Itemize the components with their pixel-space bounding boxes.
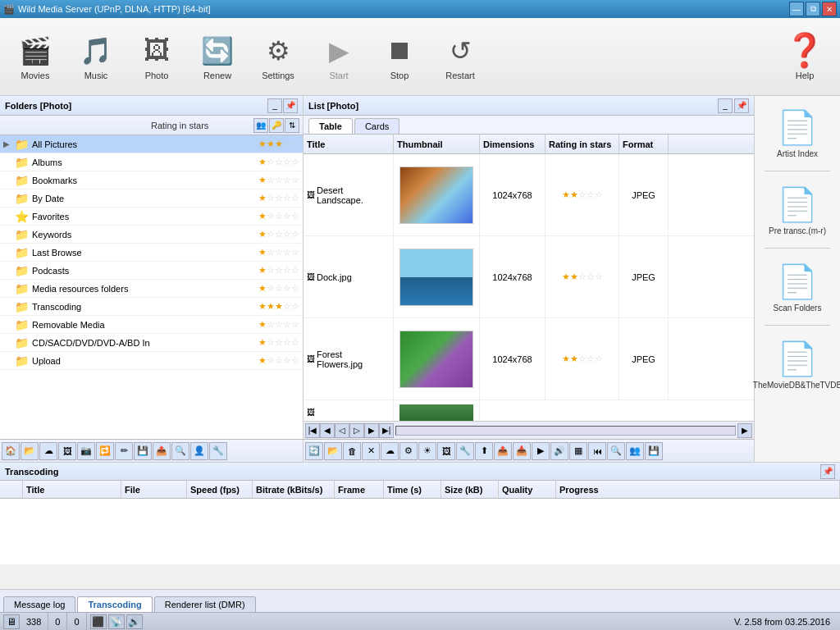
status-network-icon[interactable]: 📡: [108, 614, 125, 629]
trans-col-bitrate[interactable]: Bitrate (kBits/s): [253, 481, 335, 498]
side-themoviedb[interactable]: 📄 TheMovieDB&TheTVDB: [760, 334, 834, 394]
col-header-title[interactable]: Title: [304, 135, 394, 153]
folder-item-removable-media[interactable]: 📁 Removable Media ★☆☆☆☆: [0, 316, 303, 334]
tab-table[interactable]: Table: [308, 118, 353, 134]
trans-col-quality[interactable]: Quality: [499, 481, 556, 498]
list-tool-play[interactable]: ▶: [532, 442, 550, 460]
folder-tool-12[interactable]: 🔧: [209, 442, 227, 460]
trans-col-speed[interactable]: Speed (fps): [187, 481, 253, 498]
toolbar-movies[interactable]: 🎬 Movies: [7, 23, 64, 90]
list-tool-up[interactable]: ⬆: [475, 442, 493, 460]
tab-cards[interactable]: Cards: [354, 118, 399, 134]
transcoding-pin-btn[interactable]: 📌: [820, 464, 835, 479]
folder-tool-7[interactable]: ✏: [115, 442, 133, 460]
trans-col-size[interactable]: Size (kB): [441, 481, 499, 498]
folders-pin-btn[interactable]: 📌: [283, 98, 298, 113]
toolbar-restart[interactable]: ↺ Restart: [431, 23, 489, 90]
folder-item-transcoding[interactable]: 📁 Transcoding ★★★☆☆: [0, 298, 303, 316]
status-monitor-icon[interactable]: 🖥: [3, 614, 20, 629]
list-scroll-area[interactable]: 🖼 Desert Landscape. 840x630 ★★☆☆☆ JPEG …: [304, 154, 754, 421]
tab-message-log[interactable]: Message log: [3, 596, 75, 612]
list-tool-import[interactable]: 📥: [513, 442, 531, 460]
folder-tool-9[interactable]: 📤: [153, 442, 171, 460]
trans-col-progress[interactable]: Progress: [556, 481, 840, 498]
folder-item-upload[interactable]: 📁 Upload ★☆☆☆☆: [0, 352, 303, 370]
nav-next2-btn[interactable]: ▶: [364, 423, 379, 438]
folders-minimize-btn[interactable]: _: [267, 98, 282, 113]
horizontal-scrollbar[interactable]: [395, 426, 736, 436]
side-pre-transc[interactable]: 📄 Pre transc.(m-r): [760, 180, 834, 240]
col-header-dimensions[interactable]: Dimensions: [480, 135, 546, 153]
folder-tool-1[interactable]: 🏠: [2, 442, 20, 460]
toolbar-music[interactable]: 🎵 Music: [67, 23, 125, 90]
list-tool-grid[interactable]: ▦: [569, 442, 587, 460]
folder-item-last-browse[interactable]: 📁 Last Browse ★☆☆☆☆: [0, 244, 303, 262]
folder-item-favorites[interactable]: ⭐ Favorites ★☆☆☆☆: [0, 208, 303, 226]
nav-first-btn[interactable]: |◀: [305, 423, 320, 438]
toolbar-stop[interactable]: ⏹ Stop: [371, 23, 428, 90]
trans-col-time[interactable]: Time (s): [384, 481, 441, 498]
tab-renderer-list[interactable]: Renderer list (DMR): [154, 596, 256, 612]
col-header-thumbnail[interactable]: Thumbnail: [394, 135, 480, 153]
toolbar-photo[interactable]: 🖼 Photo: [128, 23, 185, 90]
key-icon-btn[interactable]: 🔑: [269, 118, 284, 133]
list-minimize-btn[interactable]: _: [718, 98, 733, 113]
folder-item-cd-sacd[interactable]: 📁 CD/SACD/DVD/DVD-A/BD In ★☆☆☆☆: [0, 334, 303, 352]
status-audio-icon[interactable]: 🔊: [126, 614, 143, 629]
list-tool-cloud[interactable]: ☁: [381, 442, 399, 460]
folder-item-all-pictures[interactable]: ▶ 📁 All Pictures ★★★☆☆: [0, 135, 303, 153]
status-display-icon[interactable]: ⬛: [90, 614, 107, 629]
col-header-format[interactable]: Format: [619, 135, 669, 153]
list-tool-settings[interactable]: ⚙: [399, 442, 418, 460]
tab-transcoding[interactable]: Transcoding: [77, 596, 152, 612]
sort-icon-btn[interactable]: ⇅: [285, 118, 299, 133]
folder-tool-4[interactable]: 🖼: [58, 442, 76, 460]
nav-prev-btn[interactable]: ◀: [320, 423, 335, 438]
trans-col-frame[interactable]: Frame: [335, 481, 384, 498]
folder-item-media-resources[interactable]: 📁 Media resources folders ★☆☆☆☆: [0, 280, 303, 298]
toolbar-start[interactable]: ▶ Start: [310, 23, 368, 90]
folder-item-bookmarks[interactable]: 📁 Bookmarks ★☆☆☆☆: [0, 171, 303, 189]
restore-button[interactable]: ⧉: [806, 2, 820, 16]
folder-item-albums[interactable]: 📁 Albums ★☆☆☆☆: [0, 153, 303, 171]
list-tool-cancel[interactable]: ✕: [362, 442, 380, 460]
toolbar-help[interactable]: ❓ Help: [776, 23, 833, 90]
list-row[interactable]: 🖼 Forest Flowers.jpg 840x630 ★★☆☆☆ JPEG: [304, 318, 754, 400]
list-tool-wrench[interactable]: 🔧: [456, 442, 474, 460]
folder-tool-6[interactable]: 🔁: [96, 442, 114, 460]
group-icon-btn[interactable]: 👥: [253, 118, 268, 133]
folder-item-keywords[interactable]: 📁 Keywords ★☆☆☆☆: [0, 226, 303, 244]
list-row[interactable]: 🖼: [304, 400, 754, 421]
trans-col-file[interactable]: File: [121, 481, 187, 498]
list-tool-prev[interactable]: ⏮: [588, 442, 606, 460]
nav-prev2-btn[interactable]: ◁: [335, 423, 349, 438]
toolbar-renew[interactable]: 🔄 Renew: [189, 23, 246, 90]
list-tool-audio[interactable]: 🔊: [550, 442, 568, 460]
side-scan-folders[interactable]: 📄 Scan Folders: [760, 257, 834, 317]
list-row[interactable]: 🖼 Desert Landscape. 840x630 ★★☆☆☆ JPEG: [304, 154, 754, 236]
folder-tool-5[interactable]: 📷: [77, 442, 95, 460]
folder-tool-3[interactable]: ☁: [39, 442, 57, 460]
nav-scroll-right[interactable]: ▶: [737, 423, 752, 438]
folder-tool-8[interactable]: 💾: [134, 442, 152, 460]
col-header-rating[interactable]: Rating in stars: [546, 135, 619, 153]
folder-tool-10[interactable]: 🔍: [171, 442, 189, 460]
list-pin-btn[interactable]: 📌: [734, 98, 749, 113]
folder-tool-11[interactable]: 👤: [190, 442, 208, 460]
list-tool-open[interactable]: 📂: [324, 442, 342, 460]
list-tool-export[interactable]: 📤: [494, 442, 512, 460]
folder-item-podcasts[interactable]: 📁 Podcasts ★☆☆☆☆: [0, 262, 303, 280]
list-tool-users[interactable]: 👥: [626, 442, 644, 460]
minimize-button[interactable]: —: [789, 2, 804, 16]
nav-last-btn[interactable]: ▶|: [379, 423, 394, 438]
folder-item-by-date[interactable]: 📁 By Date ★☆☆☆☆: [0, 189, 303, 208]
list-tool-save[interactable]: 💾: [645, 442, 663, 460]
list-tool-delete[interactable]: 🗑: [343, 442, 361, 460]
list-tool-image[interactable]: 🖼: [437, 442, 455, 460]
list-tool-refresh[interactable]: 🔄: [305, 442, 323, 460]
close-button[interactable]: ✕: [822, 2, 837, 16]
side-artist-index[interactable]: 📄 Artist Index: [760, 103, 834, 162]
list-tool-bright[interactable]: ☀: [418, 442, 436, 460]
trans-col-title[interactable]: Title: [23, 481, 121, 498]
nav-next-btn[interactable]: ▷: [349, 423, 364, 438]
